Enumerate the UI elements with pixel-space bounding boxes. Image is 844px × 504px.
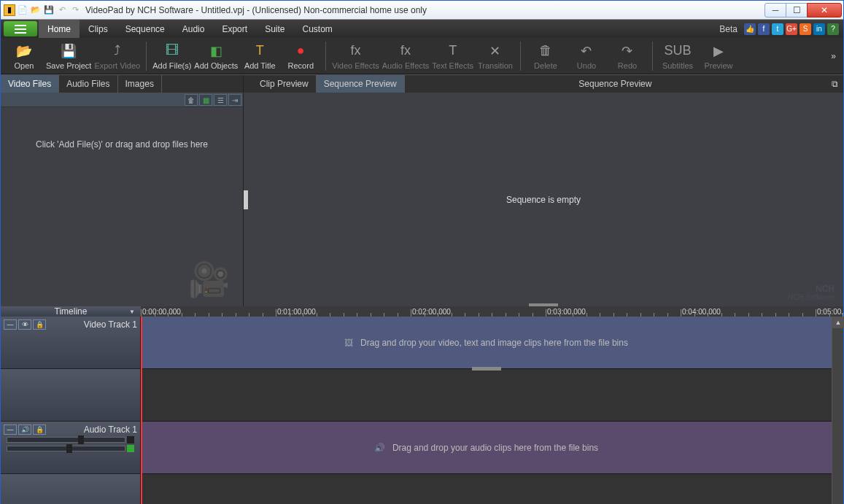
playhead[interactable] [141, 317, 142, 504]
tab-video-files[interactable]: Video Files [1, 75, 59, 93]
bin-list-icon[interactable]: ☰ [214, 94, 227, 106]
trash-icon: 🗑 [537, 42, 554, 60]
pan-slider[interactable] [7, 445, 134, 452]
camera-icon: 🎥 [188, 260, 230, 299]
spacer-track [1, 369, 832, 422]
volume-slider[interactable] [7, 436, 134, 443]
add-objects-icon: ◧ [207, 42, 225, 60]
audio-track-header: — 🔊 🔒 Audio Track 1 [1, 422, 141, 474]
menu-audio[interactable]: Audio [174, 20, 214, 38]
minimize-button[interactable]: ─ [764, 3, 786, 18]
maximize-button[interactable]: ☐ [786, 3, 808, 18]
redo-icon[interactable]: ↷ [69, 4, 81, 16]
timeline-area: Timeline 0:00:00.0000:01:00.0000:02:00.0… [1, 306, 843, 489]
hamburger-icon [15, 25, 26, 34]
ruler-tick: 0:02:00.000 [412, 308, 451, 316]
save-icon[interactable]: 💾 [43, 4, 55, 16]
add-title-button[interactable]: TAdd Title [241, 39, 279, 73]
audio-track-dropzone[interactable]: 🔊 Drag and drop your audio clips here fr… [141, 422, 832, 474]
tab-sequence-preview[interactable]: Sequence Preview [317, 75, 405, 93]
new-icon[interactable]: 📄 [17, 4, 28, 16]
bin-detail-icon[interactable]: ⇥ [228, 94, 241, 106]
bin-toolbar: 🗑 ▦ ☰ ⇥ [1, 93, 243, 107]
scroll-up-icon[interactable]: ▲ [832, 317, 844, 328]
redo-button[interactable]: ↷Redo [608, 39, 646, 73]
nch-watermark: NCH NCH Software [788, 276, 835, 301]
bin-delete-icon[interactable]: 🗑 [185, 94, 198, 106]
track-fx-icon[interactable]: — [4, 319, 17, 330]
menu-clips[interactable]: Clips [80, 20, 117, 38]
preview-icon: ▶ [710, 42, 727, 60]
record-button[interactable]: ●Record [282, 39, 320, 73]
add-objects-button[interactable]: ◧Add Objects [194, 39, 238, 73]
undo-icon[interactable]: ↶ [56, 4, 68, 16]
close-button[interactable]: ✕ [807, 3, 842, 18]
stumble-icon[interactable]: S [800, 23, 811, 35]
bin-thumb-icon[interactable]: ▦ [199, 94, 212, 106]
app-menu-button[interactable] [4, 21, 37, 36]
video-track-header: — 👁 🔒 Video Track 1 [1, 317, 141, 369]
track-lock-icon[interactable]: 🔒 [33, 319, 46, 330]
track-splitter[interactable] [472, 367, 501, 371]
ruler-tick: 0:04:00.000 [682, 308, 721, 316]
tab-clip-preview[interactable]: Clip Preview [252, 75, 317, 93]
export-video-button[interactable]: ⤴Export Video [94, 39, 140, 73]
audio-track-row: — 🔊 🔒 Audio Track 1 🔊 [1, 422, 832, 474]
bin-dropzone[interactable]: Click 'Add File(s)' or drag and drop fil… [1, 107, 243, 306]
open-icon[interactable]: 📂 [30, 4, 42, 16]
ruler-tick: 0:05:00.000 [817, 308, 843, 316]
tab-audio-files[interactable]: Audio Files [59, 75, 117, 93]
menu-export[interactable]: Export [213, 20, 256, 38]
facebook-icon[interactable]: f [758, 23, 770, 35]
tracks-vertical-scrollbar[interactable]: ▲ ▼ [832, 317, 843, 504]
googleplus-icon[interactable]: G+ [786, 23, 797, 35]
detach-preview-icon[interactable]: ⧉ [826, 79, 843, 89]
transition-button[interactable]: ✕Transition [476, 39, 514, 73]
preview-tabs: Clip Preview Sequence Preview Sequence P… [244, 75, 843, 93]
preview-button[interactable]: ▶Preview [700, 39, 737, 73]
subtitles-button[interactable]: SUBSubtitles [659, 39, 697, 73]
undo-button[interactable]: ↶Undo [568, 39, 605, 73]
twitter-icon[interactable]: t [772, 23, 783, 35]
text-effects-button[interactable]: TText Effects [432, 39, 473, 73]
track-lock-icon[interactable]: 🔒 [33, 424, 46, 435]
record-icon: ● [292, 42, 309, 60]
linkedin-icon[interactable]: in [813, 23, 825, 35]
video-track-dropzone[interactable]: 🖼 Drag and drop your video, text and ima… [141, 317, 832, 369]
save-project-button[interactable]: 💾Save Project [46, 39, 91, 73]
video-track-row: — 👁 🔒 Video Track 1 🖼 Drag and drop your… [1, 317, 832, 369]
thumbsup-icon[interactable]: 👍 [744, 23, 756, 35]
track-mute-icon[interactable]: 🔊 [18, 424, 31, 435]
image-icon: 🖼 [344, 338, 353, 348]
video-track-name: Video Track 1 [84, 319, 137, 330]
tracks-container: — 👁 🔒 Video Track 1 🖼 Drag and drop your… [1, 317, 843, 504]
content-area: Video Files Audio Files Images 🗑 ▦ ☰ ⇥ C… [1, 74, 843, 306]
audio-effects-button[interactable]: fxAudio Effects [382, 39, 430, 73]
help-icon[interactable]: ? [827, 23, 839, 35]
menu-sequence[interactable]: Sequence [117, 20, 174, 38]
pane-splitter[interactable] [244, 190, 248, 209]
timeline-ruler[interactable]: 0:00:00.0000:01:00.0000:02:00.0000:03:00… [141, 306, 843, 317]
video-effects-button[interactable]: fxVideo Effects [332, 39, 379, 73]
floppy-icon: 💾 [60, 42, 77, 60]
menu-custom[interactable]: Custom [293, 20, 341, 38]
add-files-button[interactable]: 🎞Add File(s) [152, 39, 191, 73]
add-files-icon: 🎞 [163, 42, 181, 60]
timeline-mode-dropdown[interactable]: Timeline [1, 306, 141, 317]
ruler-tick: 0:00:00.000 [142, 308, 181, 316]
export-icon: ⤴ [109, 42, 126, 60]
video-track-hint: Drag and drop your video, text and image… [360, 338, 628, 348]
separator [146, 42, 147, 71]
audio-track-name: Audio Track 1 [84, 424, 137, 435]
menu-suite[interactable]: Suite [256, 20, 293, 38]
track-eye-icon[interactable]: 👁 [18, 319, 31, 330]
open-button[interactable]: 📂Open [5, 39, 43, 73]
delete-button[interactable]: 🗑Delete [527, 39, 565, 73]
spacer-track [1, 474, 832, 504]
track-fx-icon[interactable]: — [4, 424, 17, 435]
separator [652, 42, 653, 71]
titlebar: ▮ 📄 📂 💾 ↶ ↷ VideoPad by NCH Software - U… [1, 1, 843, 20]
tab-images[interactable]: Images [118, 75, 162, 93]
menu-home[interactable]: Home [39, 20, 80, 38]
ribbon-overflow[interactable]: » [828, 48, 839, 64]
